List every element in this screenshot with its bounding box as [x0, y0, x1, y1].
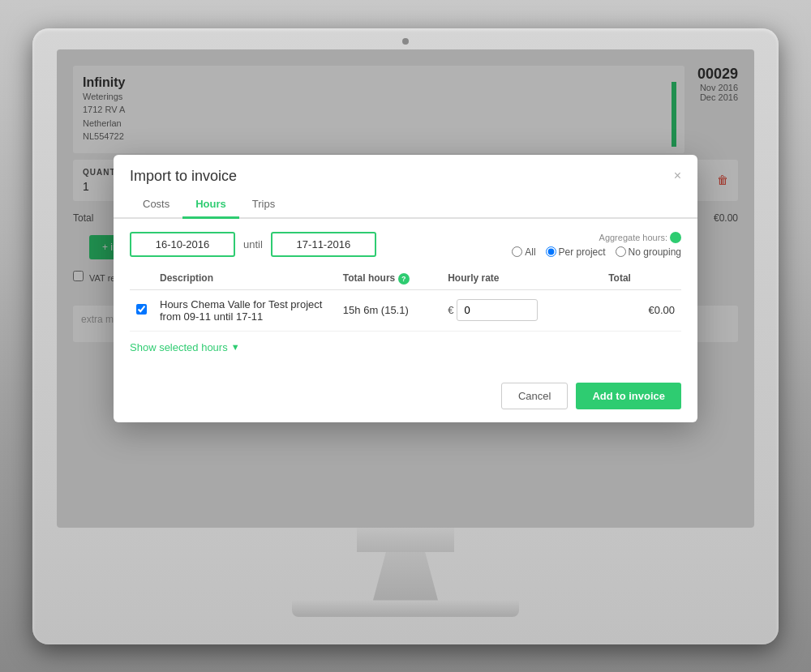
- aggregate-per-project-radio[interactable]: [546, 246, 556, 257]
- row-checkbox-cell: [130, 289, 153, 331]
- row-total-hours: 15h 6m (15.1): [337, 289, 441, 331]
- tab-trips[interactable]: Trips: [239, 191, 288, 219]
- modal-title: Import to invoice: [130, 168, 237, 185]
- aggregate-all-radio[interactable]: [512, 246, 522, 257]
- col-rate-header: Hourly rate: [441, 268, 602, 290]
- col-hours-header: Total hours ?: [337, 268, 441, 290]
- date-until-label: until: [243, 238, 263, 250]
- table-row: Hours Chema Valle for Test project from …: [130, 289, 681, 331]
- row-description: Hours Chema Valle for Test project from …: [153, 289, 337, 331]
- aggregate-per-project-option[interactable]: Per project: [546, 246, 606, 258]
- monitor-screen: Infinity Weterings 1712 RV A Netherlan N…: [57, 49, 754, 528]
- monitor: Infinity Weterings 1712 RV A Netherlan N…: [32, 28, 779, 644]
- date-to-input[interactable]: [271, 232, 376, 257]
- import-modal: Import to invoice × Costs Hours Trips un…: [114, 155, 697, 422]
- aggregate-section: Aggregate hours: ? All Per pr: [512, 232, 681, 258]
- chevron-down-icon: ▼: [231, 342, 240, 352]
- monitor-stand-top: [357, 528, 454, 552]
- monitor-base: [292, 601, 519, 617]
- aggregate-options: All Per project No grouping: [512, 246, 681, 258]
- tab-costs[interactable]: Costs: [130, 191, 182, 219]
- date-from-input[interactable]: [130, 232, 235, 257]
- table-body: Hours Chema Valle for Test project from …: [130, 289, 681, 331]
- aggregate-no-grouping-radio[interactable]: [616, 246, 626, 257]
- col-description-header: Description: [153, 268, 337, 290]
- col-total-header: Total: [602, 268, 681, 290]
- tab-hours[interactable]: Hours: [182, 191, 239, 219]
- modal-close-button[interactable]: ×: [674, 169, 681, 183]
- modal-body: until Aggregate hours: ? All: [114, 219, 697, 373]
- modal-backdrop: Import to invoice × Costs Hours Trips un…: [57, 49, 754, 528]
- modal-header: Import to invoice ×: [114, 155, 697, 185]
- aggregate-label: Aggregate hours: ?: [599, 232, 681, 243]
- show-selected-hours-link[interactable]: Show selected hours ▼: [130, 341, 681, 353]
- col-check-header: [130, 268, 153, 290]
- aggregate-no-grouping-option[interactable]: No grouping: [616, 246, 681, 258]
- rate-input-wrapper: €: [448, 299, 595, 321]
- show-selected-label: Show selected hours: [130, 341, 228, 353]
- monitor-camera: [402, 38, 409, 45]
- aggregate-help-icon[interactable]: ?: [670, 232, 681, 243]
- add-to-invoice-button[interactable]: Add to invoice: [576, 383, 681, 409]
- hourly-rate-input[interactable]: [457, 299, 538, 321]
- euro-symbol: €: [448, 304, 453, 316]
- cancel-button[interactable]: Cancel: [501, 383, 568, 409]
- row-checkbox[interactable]: [136, 304, 147, 315]
- monitor-stand-neck: [373, 552, 438, 601]
- row-hourly-rate: €: [441, 289, 602, 331]
- table-header: Description Total hours ? Hourly rate To…: [130, 268, 681, 290]
- modal-footer: Cancel Add to invoice: [114, 373, 697, 422]
- modal-tabs: Costs Hours Trips: [114, 191, 697, 219]
- date-range-row: until Aggregate hours: ? All: [130, 232, 681, 258]
- row-total: €0.00: [602, 289, 681, 331]
- aggregate-all-option[interactable]: All: [512, 246, 535, 258]
- total-hours-help-icon[interactable]: ?: [398, 273, 410, 285]
- hours-table: Description Total hours ? Hourly rate To…: [130, 268, 681, 332]
